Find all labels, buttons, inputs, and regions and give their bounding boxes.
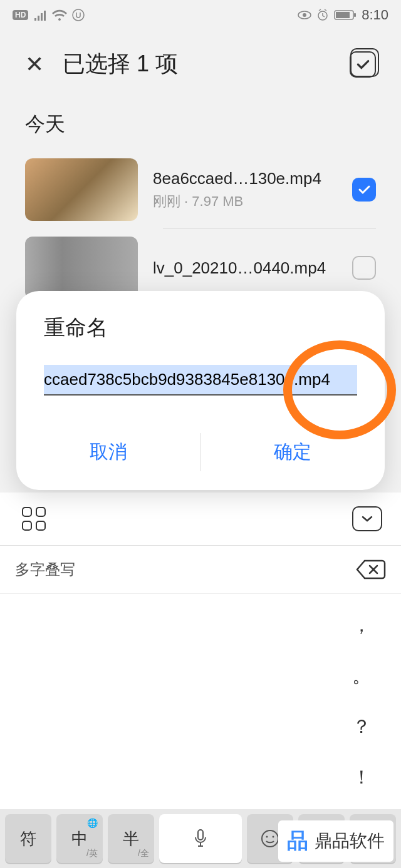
language-key[interactable]: 🌐中/英: [56, 814, 103, 863]
dialog-title: 重命名: [16, 314, 385, 365]
svg-point-0: [73, 9, 84, 21]
hand-icon: [72, 9, 85, 21]
symbol-mode-key[interactable]: 符: [5, 814, 51, 863]
rename-input[interactable]: [44, 365, 357, 396]
backspace-icon[interactable]: [356, 558, 386, 581]
symbol-key[interactable]: ？: [352, 714, 371, 740]
space-key[interactable]: [159, 814, 242, 863]
svg-rect-7: [198, 830, 203, 840]
battery-icon: [334, 9, 357, 21]
svg-rect-6: [354, 13, 356, 17]
wifi-icon: [52, 9, 67, 21]
confirm-button[interactable]: 确定: [200, 427, 385, 477]
section-today: 今天: [0, 92, 401, 151]
status-bar: HD 8:10: [0, 0, 401, 30]
status-time: 8:10: [362, 7, 388, 23]
selection-header: ✕ 已选择 1 项: [0, 30, 401, 92]
file-meta: 刚刚 · 7.97 MB: [153, 192, 337, 211]
svg-point-10: [273, 836, 274, 838]
suggestion-text: 多字叠写: [15, 559, 75, 580]
video-thumbnail: [25, 237, 138, 299]
svg-rect-5: [336, 12, 350, 18]
mic-icon: [192, 827, 209, 850]
rename-dialog: 重命名 取消 确定: [16, 291, 385, 490]
svg-point-8: [262, 830, 278, 847]
symbol-key[interactable]: 。: [352, 663, 371, 689]
file-row[interactable]: 8ea6ccaed…130e.mp4 刚刚 · 7.97 MB: [0, 151, 401, 228]
alarm-icon: [316, 9, 329, 21]
hd-indicator: HD: [13, 10, 28, 20]
svg-point-9: [266, 836, 268, 838]
symbol-column: ， 。 ？ ！: [0, 594, 401, 809]
close-icon[interactable]: ✕: [25, 51, 44, 78]
file-checkbox[interactable]: [352, 178, 376, 202]
symbol-key[interactable]: ！: [352, 765, 371, 790]
header-title: 已选择 1 项: [63, 49, 178, 79]
video-thumbnail: [25, 158, 138, 221]
smile-icon: [261, 829, 279, 848]
svg-point-2: [303, 13, 306, 17]
signal-icon: [33, 9, 47, 21]
suggestion-bar: 多字叠写: [0, 546, 401, 594]
file-checkbox[interactable]: [352, 256, 376, 280]
watermark: 品 鼎品软件: [278, 820, 393, 862]
select-all-button[interactable]: [350, 51, 376, 78]
file-name: 8ea6ccaed…130e.mp4: [153, 169, 337, 188]
halfwidth-key[interactable]: 半/全: [108, 814, 154, 863]
file-name: lv_0_20210…0440.mp4: [153, 258, 337, 278]
keyboard: 多字叠写 ， 。 ？ ！ 符 🌐中/英 半/全 123 换行: [0, 493, 401, 868]
symbol-key[interactable]: ，: [352, 613, 371, 638]
eye-icon: [298, 10, 311, 20]
watermark-icon: 品: [287, 827, 308, 855]
cancel-button[interactable]: 取消: [16, 427, 200, 477]
watermark-text: 鼎品软件: [315, 829, 385, 853]
keyboard-menu-icon[interactable]: [19, 504, 49, 534]
keyboard-collapse-icon[interactable]: [352, 506, 382, 531]
